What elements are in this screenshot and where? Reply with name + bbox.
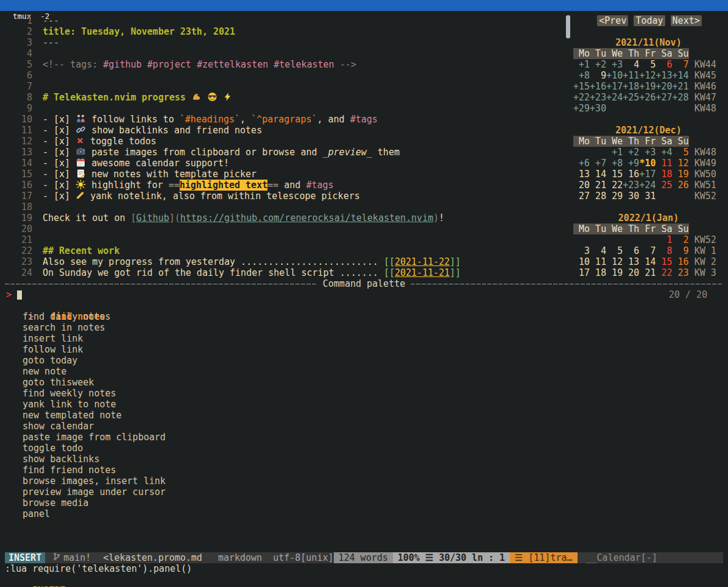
calendar-day[interactable]: 19 (606, 267, 623, 278)
calendar-day[interactable]: +27 (656, 92, 672, 103)
palette-item[interactable]: browse media (5, 497, 723, 508)
calendar-day[interactable]: +13 (656, 70, 672, 81)
calendar-day[interactable]: 29 (606, 191, 623, 202)
palette-item[interactable]: toggle todo (5, 443, 723, 454)
editor-line[interactable]: 16- [x] highlight for ==highlighted text… (5, 180, 565, 191)
calendar-day[interactable]: 6 (623, 245, 639, 256)
calendar-day[interactable]: 28 (590, 191, 606, 202)
calendar-day[interactable]: 16 (623, 169, 639, 180)
palette-item[interactable]: follow link (5, 344, 723, 355)
calendar-day[interactable]: +11 (623, 70, 639, 81)
calendar-day[interactable]: 30 (623, 191, 639, 202)
editor-line[interactable]: 2title: Tuesday, November 23th, 2021 (5, 26, 565, 37)
calendar-day[interactable]: 4 (590, 245, 606, 256)
calendar-day[interactable]: +22 (573, 92, 590, 103)
calendar-prev-button[interactable]: <Prev (597, 15, 628, 26)
palette-item[interactable]: browse images, insert link (5, 476, 723, 487)
scrollbar-thumb[interactable] (566, 15, 570, 38)
calendar-day[interactable]: +7 (590, 158, 606, 169)
calendar-day[interactable]: 9 (590, 70, 606, 81)
calendar-day[interactable]: 12 (673, 158, 689, 169)
editor-line[interactable]: 5<!-- tags: #github #project #zettelkast… (5, 59, 565, 70)
editor-line[interactable]: 1--- (5, 15, 565, 26)
calendar-day[interactable]: +6 (573, 158, 590, 169)
calendar-day[interactable]: 17 (573, 267, 590, 278)
editor-line[interactable]: 8# Telekasten.nvim progress (5, 92, 565, 103)
editor-line[interactable]: 9 (5, 103, 565, 114)
editor-line[interactable]: 22## Recent work (5, 245, 565, 256)
calendar-day[interactable]: +14 (673, 70, 689, 81)
calendar-day[interactable]: 15 (606, 169, 623, 180)
command-line[interactable]: :lua require('telekasten').panel() (5, 563, 192, 574)
editor-line[interactable]: 24On Sunday we got rid of the daily find… (5, 267, 565, 278)
editor[interactable]: 1---2title: Tuesday, November 23th, 2021… (5, 15, 565, 278)
editor-line[interactable]: 21 (5, 234, 565, 245)
calendar-day[interactable]: +10 (606, 70, 623, 81)
calendar-day[interactable]: 11 (590, 256, 606, 267)
calendar-day[interactable]: 2 (673, 234, 689, 245)
calendar-today-button[interactable]: Today (634, 15, 665, 26)
calendar-day[interactable]: 13 (623, 256, 639, 267)
calendar-day[interactable]: 21 (639, 267, 656, 278)
calendar-day[interactable]: 14 (639, 256, 656, 267)
editor-line[interactable]: 6 (5, 70, 565, 81)
calendar-day[interactable]: +17 (639, 169, 656, 180)
palette-item[interactable]: paste image from clipboard (5, 432, 723, 443)
calendar-next-button[interactable]: Next> (671, 15, 702, 26)
editor-line[interactable]: 13- [x] paste images from clipboard or b… (5, 147, 565, 158)
palette-item[interactable]: goto today (5, 355, 723, 366)
calendar-day[interactable]: 7 (673, 59, 689, 70)
calendar-day[interactable]: 16 (673, 256, 689, 267)
calendar-day[interactable]: 11 (656, 158, 672, 169)
calendar-day[interactable]: +16 (590, 81, 606, 92)
calendar-day[interactable]: 8 (656, 245, 672, 256)
palette-item[interactable]: new note (5, 366, 723, 377)
calendar-day[interactable]: 22 (656, 267, 672, 278)
calendar-day[interactable]: +19 (639, 81, 656, 92)
calendar-day[interactable]: 14 (590, 169, 606, 180)
editor-line[interactable]: 23Also see my progress from yesterday ..… (5, 256, 565, 267)
calendar-day[interactable]: 13 (573, 169, 590, 180)
calendar-day[interactable]: 26 (673, 180, 689, 191)
calendar-day[interactable]: +8 (606, 158, 623, 169)
calendar-day[interactable]: +25 (623, 92, 639, 103)
palette-item[interactable]: panel (5, 508, 723, 519)
calendar-day[interactable]: +8 (573, 70, 590, 81)
calendar-day[interactable]: +17 (606, 81, 623, 92)
palette-item[interactable]: find weekly notes (5, 388, 723, 399)
calendar-day[interactable]: +1 (606, 147, 623, 158)
calendar-day[interactable]: 3 (573, 245, 590, 256)
calendar-day[interactable]: 31 (639, 191, 656, 202)
calendar-day[interactable]: +2 (590, 59, 606, 70)
editor-line[interactable]: 18 (5, 202, 565, 213)
calendar-day[interactable]: +29 (573, 103, 590, 114)
calendar-day[interactable]: 4 (623, 59, 639, 70)
editor-line[interactable]: 12- [x] toggle todos (5, 136, 565, 147)
calendar-day[interactable]: 18 (590, 267, 606, 278)
calendar-day[interactable]: +24 (606, 92, 623, 103)
calendar-day[interactable]: +9 (623, 158, 639, 169)
calendar-day[interactable]: 18 (656, 169, 672, 180)
palette-item[interactable]: find friend notes (5, 465, 723, 476)
calendar-day[interactable]: 5 (606, 245, 623, 256)
calendar-day[interactable]: 23 (673, 267, 689, 278)
calendar-day[interactable]: 21 (590, 180, 606, 191)
editor-line[interactable]: 4 (5, 48, 565, 59)
calendar-day[interactable]: +2 (623, 147, 639, 158)
calendar-day[interactable]: 25 (656, 180, 672, 191)
calendar-day[interactable]: +23 (590, 92, 606, 103)
calendar-day[interactable]: +18 (623, 81, 639, 92)
calendar-day[interactable]: 22 (606, 180, 623, 191)
calendar-day[interactable]: +3 (606, 59, 623, 70)
palette-item[interactable]: show backlinks (5, 454, 723, 465)
editor-line[interactable]: 10- [x] follow links to `#headings`, `^p… (5, 114, 565, 125)
palette-item[interactable]: yank link to note (5, 399, 723, 410)
calendar-day[interactable]: 20 (623, 267, 639, 278)
calendar-day[interactable]: 19 (673, 169, 689, 180)
calendar-day[interactable]: +20 (656, 81, 672, 92)
calendar-day[interactable]: 9 (673, 245, 689, 256)
calendar-day[interactable]: 20 (573, 180, 590, 191)
calendar-day[interactable]: 5 (673, 147, 689, 158)
palette-selected-item[interactable]: >find notes (5, 300, 723, 311)
palette-prompt-input[interactable]: > 20 / 20 (5, 289, 723, 300)
